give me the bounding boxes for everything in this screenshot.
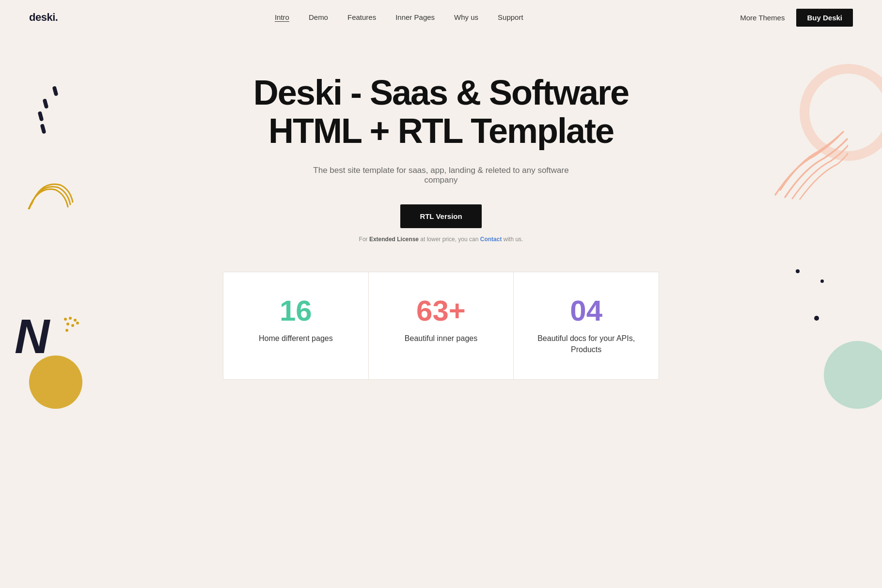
nav-item-features[interactable]: Features	[347, 13, 376, 22]
hero-section: Deski - Saas & Software HTML + RTL Templ…	[0, 35, 882, 409]
decorative-lines-right	[771, 122, 848, 200]
nav-link-demo[interactable]: Demo	[309, 13, 328, 21]
stat-item-1: 63+ Beautiful inner pages	[369, 272, 514, 379]
stat-item-0: 16 Home different pages	[223, 272, 369, 379]
stat-number-1: 63+	[378, 296, 504, 325]
nav-link-why-us[interactable]: Why us	[454, 13, 478, 21]
nav-item-intro[interactable]: Intro	[275, 13, 289, 22]
nav-item-why-us[interactable]: Why us	[454, 13, 478, 22]
stat-label-0: Home different pages	[233, 333, 359, 344]
rtl-version-button[interactable]: RTL Version	[400, 204, 481, 228]
nav-link-features[interactable]: Features	[347, 13, 376, 21]
stat-label-1: Beautiful inner pages	[378, 333, 504, 344]
buy-deski-button[interactable]: Buy Deski	[796, 9, 853, 27]
stat-item-2: 04 Beautiful docs for your APIs, Product…	[514, 272, 659, 379]
hero-title: Deski - Saas & Software HTML + RTL Templ…	[247, 74, 635, 150]
nav-links: Intro Demo Features Inner Pages Why us S…	[275, 13, 523, 22]
nav-link-support[interactable]: Support	[498, 13, 523, 21]
license-bold: Extended License	[369, 236, 419, 243]
contact-link[interactable]: Contact	[480, 236, 502, 243]
license-prefix: For	[359, 236, 369, 243]
navbar: deski. Intro Demo Features Inner Pages W…	[0, 0, 882, 35]
decorative-arc-left	[27, 175, 75, 209]
more-themes-link[interactable]: More Themes	[740, 14, 785, 22]
stat-number-0: 16	[233, 296, 359, 325]
nav-item-support[interactable]: Support	[498, 13, 523, 22]
nav-link-inner-pages[interactable]: Inner Pages	[395, 13, 435, 21]
stats-section: 16 Home different pages 63+ Beautiful in…	[223, 272, 659, 380]
decorative-dots-left	[39, 83, 57, 137]
nav-right: More Themes Buy Deski	[740, 9, 853, 27]
hero-subtitle: The best site template for saas, app, la…	[305, 166, 577, 185]
license-suffix: with us.	[502, 236, 523, 243]
stat-label-2: Beautiful docs for your APIs, Products	[523, 333, 649, 355]
nav-item-inner-pages[interactable]: Inner Pages	[395, 13, 435, 22]
stats-container: 16 Home different pages 63+ Beautiful in…	[10, 272, 872, 380]
stat-number-2: 04	[523, 296, 649, 325]
nav-link-intro[interactable]: Intro	[275, 13, 289, 21]
nav-item-demo[interactable]: Demo	[309, 13, 328, 22]
license-mid: at lower price, you can	[419, 236, 480, 243]
license-text: For Extended License at lower price, you…	[10, 236, 872, 243]
logo[interactable]: deski.	[29, 11, 58, 24]
hero-cta-group: RTL Version For Extended License at lowe…	[10, 204, 872, 243]
